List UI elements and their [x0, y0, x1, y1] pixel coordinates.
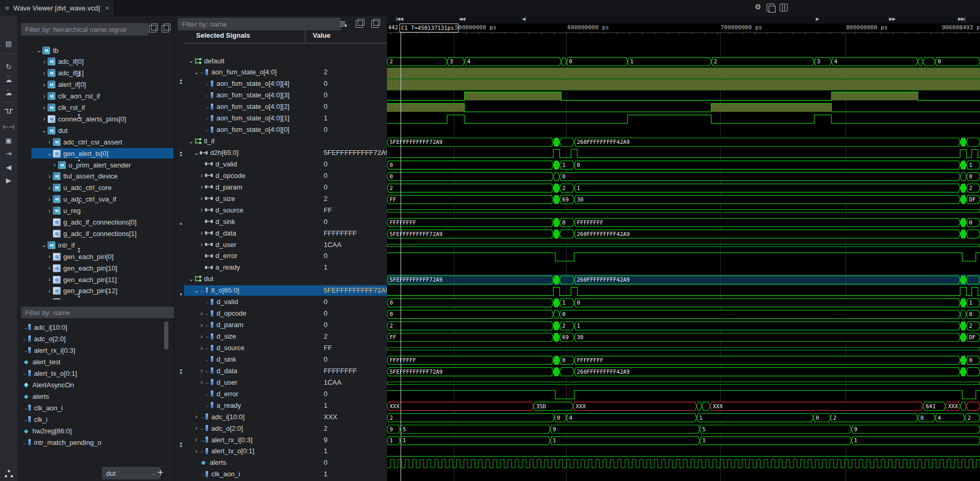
row-expand-icon[interactable]: ›: [198, 229, 205, 237]
scroll-down2-icon[interactable]: ▼ ▼: [76, 248, 82, 253]
tree-expand-icon[interactable]: ›: [46, 173, 53, 180]
list-item-alert_tx_o[0:1][interactable]: ←alert_tx_o[0:1]: [22, 368, 169, 378]
tree-expand-icon[interactable]: ›: [46, 207, 53, 215]
scroll-down-icon[interactable]: ▼: [76, 202, 82, 204]
list-item-alerts[interactable]: ◆alerts: [22, 391, 169, 401]
wave-nav-icon[interactable]: ▶▶|: [958, 16, 965, 21]
column-header-value[interactable]: Value: [313, 31, 331, 39]
sync-icon[interactable]: ↻: [0, 63, 17, 71]
signal-row-d_sink[interactable]: ←d_sink0: [184, 354, 387, 364]
row-expand-icon[interactable]: ›: [198, 195, 205, 202]
signal-row-d_data[interactable]: ›d_dataFFFFFFFF: [184, 228, 387, 238]
list-item-AlertAsyncOn[interactable]: ◆PAlertAsyncOn: [22, 379, 169, 390]
row-expand-icon[interactable]: ›: [198, 183, 205, 191]
signal-row-d_error[interactable]: ←d_error0: [184, 388, 387, 399]
tree-expand-icon[interactable]: ›: [46, 264, 53, 272]
row-expand-icon[interactable]: ›: [198, 333, 205, 340]
scroll-up-icon[interactable]: ▲: [76, 159, 82, 161]
next-edge-icon[interactable]: ▶: [0, 176, 17, 184]
wave-nav-icon[interactable]: ▶: [816, 16, 819, 21]
row-expand-icon[interactable]: ›: [198, 378, 205, 386]
close-icon[interactable]: ×: [105, 4, 109, 12]
tree-expand-icon[interactable]: ›: [46, 287, 53, 295]
list-item-adc_i[10:0][interactable]: →adc_i[10:0]: [22, 322, 169, 332]
cursor-time-label[interactable]: C1 T=450137131ps.: [400, 24, 459, 32]
scroll-down2-icon[interactable]: ▼ ▼: [178, 442, 184, 448]
waveform-canvas[interactable]: 2340123405FEFFFFFFFFF72A9260FFFFFFFFF42A…: [387, 32, 980, 481]
signal-row-d_size[interactable]: ›d_size2: [184, 193, 387, 204]
tree-item-u_adc_ctrl_sva_if[interactable]: ›Mu_adc_ctrl_sva_if: [31, 194, 174, 205]
signal-row-aon_fsm_state_o[4:0][1][interactable]: ←aon_fsm_state_o[4:0][1]1: [184, 113, 387, 124]
tree-item-g_adc_if_connections[0][interactable]: Gg_adc_if_connections[0]: [31, 217, 174, 228]
dot-square-icon[interactable]: ▣: [0, 137, 17, 144]
signal-row-d_valid[interactable]: d_valid0: [184, 159, 387, 169]
cloud-upload-icon[interactable]: ☁↑: [0, 76, 17, 84]
signal-row-alert_tx_o[0:1][interactable]: ›←alert_tx_o[0:1]1: [184, 446, 387, 456]
signal-row-d_param[interactable]: ›d_param0: [184, 182, 387, 192]
list-item-adc_o[2:0][interactable]: ←adc_o[2:0]: [22, 333, 169, 344]
signal-row-tl_if[interactable]: ⌄tl_if: [184, 136, 387, 147]
signal-row-d_size[interactable]: ›←d_size2: [184, 331, 387, 342]
tree-expand-icon[interactable]: ⌄: [41, 241, 48, 249]
tree-expand-icon[interactable]: ›: [46, 196, 53, 203]
signal-row-d_source[interactable]: ›←d_sourceFF: [184, 343, 387, 353]
tree-expand-icon[interactable]: ›: [46, 184, 53, 192]
signal-row-tl_o[65:0][interactable]: ⌄←tl_o[65:0]5FEFFFFFFFFF72A9: [184, 285, 387, 296]
tree-item-adc_if[0][interactable]: ›Madc_if[0]: [31, 57, 174, 67]
tree-expand-icon[interactable]: ⌄: [36, 47, 42, 54]
editor-tab[interactable]: ≡ Wave Viewer [dvt_wave.vcd] ×: [0, 0, 115, 16]
signal-row-d_source[interactable]: ›d_sourceFF: [184, 205, 387, 215]
signal-row-alerts[interactable]: ◆alerts0: [184, 457, 387, 468]
signal-row-a_ready[interactable]: ←a_ready1: [184, 400, 387, 410]
add-signal-group-icon[interactable]: [340, 20, 347, 27]
tree-expand-icon[interactable]: ›: [46, 138, 53, 146]
signal-row-d_param[interactable]: ›←d_param0: [184, 320, 387, 330]
expand-all-icon[interactable]: [162, 25, 169, 32]
list-item-hw2reg[86:0][interactable]: ◆hw2reg[86:0]: [22, 426, 169, 436]
tree-item-gen_each_pin[11][interactable]: ›Ggen_each_pin[11]: [31, 274, 174, 285]
measure-icon[interactable]: ⊢⊣: [0, 123, 17, 131]
add-signal-button[interactable]: +: [157, 467, 164, 479]
tree-expand-icon[interactable]: ⌄: [46, 150, 53, 157]
signal-row-clk_aon_i[interactable]: →clk_aon_i1: [184, 469, 387, 479]
tree-item-alert_if[0][interactable]: ›Malert_if[0]: [31, 80, 174, 90]
hierarchy-org-icon[interactable]: [5, 470, 13, 477]
row-expand-icon[interactable]: ›: [198, 172, 205, 179]
row-expand-icon[interactable]: ›: [198, 321, 205, 329]
tree-expand-icon[interactable]: ›: [41, 104, 48, 111]
row-expand-icon[interactable]: ›: [193, 436, 200, 443]
cloud-download-icon[interactable]: ☁↓: [0, 89, 17, 97]
tree-item-connect_alerts_pins[0][interactable]: ›Gconnect_alerts_pins[0]: [31, 114, 174, 124]
wave-nav-icon[interactable]: |◀◀: [396, 16, 403, 21]
scroll-up2-icon[interactable]: ▲ ▲: [76, 113, 82, 118]
tree-expand-icon[interactable]: ›: [41, 93, 48, 100]
tree-item-dut[interactable]: ⌄Mdut: [31, 125, 174, 136]
scroll-up2-icon[interactable]: ▲ ▲: [178, 151, 184, 156]
signal-row-alert_rx_i[0:3][interactable]: ›→alert_rx_i[0:3]9: [184, 434, 387, 445]
row-expand-icon[interactable]: ⌄: [193, 149, 200, 156]
tree-item-u_reg[interactable]: ›Mu_reg: [31, 206, 174, 216]
row-expand-icon[interactable]: ›: [198, 367, 205, 374]
signal-row-d_valid[interactable]: ←d_valid0: [184, 297, 387, 307]
jump-time-icon[interactable]: ⇥: [0, 150, 17, 158]
tree-item-u_adc_ctrl_core[interactable]: ›Mu_adc_ctrl_core: [31, 183, 174, 193]
copy-add-icon[interactable]: [356, 20, 363, 28]
signal-row-adc_o[2:0][interactable]: ›←adc_o[2:0]2: [184, 423, 387, 433]
signal-row-d_user[interactable]: ›d_user1CAA: [184, 239, 387, 250]
row-expand-icon[interactable]: ›: [198, 206, 205, 214]
tree-expand-icon[interactable]: ›: [41, 115, 48, 122]
scroll-up-icon[interactable]: ▲: [178, 222, 184, 225]
signal-row-d_data[interactable]: ›←d_dataFFFFFFFF: [184, 365, 387, 376]
signal-list-scrollbar[interactable]: [164, 321, 168, 350]
signal-row-d_sink[interactable]: d_sink0: [184, 216, 387, 227]
wave-config-icon[interactable]: ▤: [0, 40, 17, 48]
signal-row-d_error[interactable]: d_error0: [184, 251, 387, 261]
signal-row-adc_i[10:0][interactable]: ›→adc_i[10:0]XXX: [184, 411, 387, 422]
tree-item-gen_each_pin[12][interactable]: ›Ggen_each_pin[12]: [31, 286, 174, 296]
signal-row-default[interactable]: ⌄default: [184, 55, 387, 66]
tree-item-intr_if[interactable]: ⌄Mintr_if: [31, 240, 174, 250]
signal-row-d_opcode[interactable]: ›d_opcode0: [184, 170, 387, 181]
signal-row-aon_fsm_state_o[4:0][interactable]: ⌄←aon_fsm_state_o[4:0]2: [184, 67, 387, 77]
row-expand-icon[interactable]: ›: [193, 413, 200, 420]
column-header-signals[interactable]: Selected Signals: [196, 31, 250, 39]
